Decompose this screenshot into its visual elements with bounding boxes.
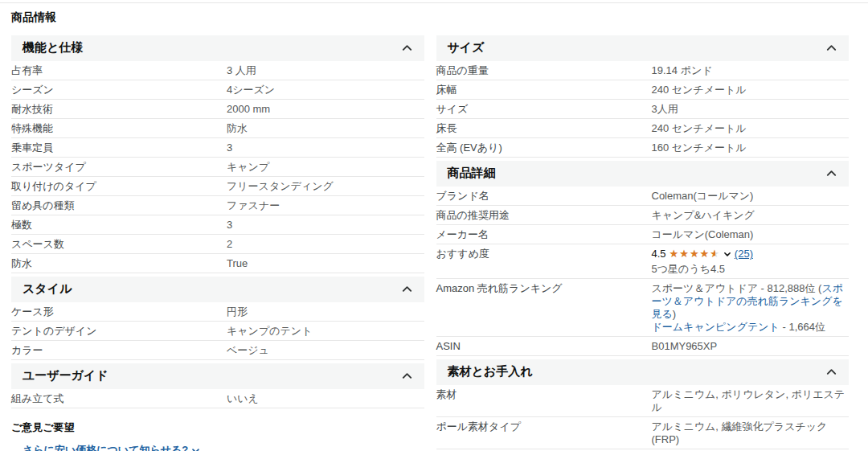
spec-row: 組み立て式いいえ	[11, 389, 424, 408]
spec-label: 取り付けのタイプ	[11, 180, 227, 193]
spec-label: 床幅	[436, 84, 652, 96]
spec-label: ブランド名	[436, 190, 652, 203]
feedback-block: ご意見ご要望 さらに安い価格について知らせる?	[11, 420, 424, 451]
section-header[interactable]: 機能と仕様	[11, 35, 424, 61]
spec-label: メーカー名	[436, 228, 652, 241]
spec-label: サイズ	[436, 103, 652, 116]
spec-value: 3	[227, 141, 424, 154]
spec-label: 全高 (EVあり)	[436, 141, 652, 154]
spec-label: 床長	[436, 122, 652, 135]
chevron-down-icon[interactable]	[723, 250, 731, 258]
stars-filled-icon: ★★★★★	[669, 248, 715, 260]
spec-value: コールマン(Coleman)	[652, 228, 850, 241]
spec-row: ブランド名Coleman(コールマン)	[436, 187, 850, 206]
spec-label: 商品の重量	[436, 64, 652, 77]
spec-section: 商品詳細ブランド名Coleman(コールマン)商品の推奨用途キャンプ&ハイキング…	[436, 161, 850, 356]
spec-row: 床幅240 センチメートル	[436, 80, 850, 100]
spec-row: おすすめ度4.5★★★★★★★★★★(25)5つ星のうち4.5	[436, 244, 850, 279]
spec-row: 素材アルミニウム, ポリウレタン, ポリエステル	[436, 385, 850, 417]
spec-value: 2000 mm	[227, 103, 424, 116]
spec-label: カラー	[11, 344, 227, 357]
spec-value: 240 センチメートル	[652, 122, 850, 135]
spec-value: 240 センチメートル	[652, 84, 850, 96]
spec-value: Coleman(コールマン)	[652, 190, 850, 203]
spec-value: 4.5★★★★★★★★★★(25)5つ星のうち4.5	[652, 248, 850, 276]
spec-value: 19.14 ポンド	[652, 64, 850, 77]
spec-label: 占有率	[11, 64, 227, 77]
section-header[interactable]: 商品詳細	[436, 161, 850, 187]
spec-value: 3 人用	[227, 64, 424, 77]
chevron-up-icon	[825, 42, 837, 54]
spec-value: アルミニウム, 繊維強化プラスチック (FRP)	[652, 420, 850, 446]
section-header[interactable]: 素材とお手入れ	[436, 359, 850, 385]
spec-label: 極数	[11, 219, 227, 232]
spec-label: 商品の推奨用途	[436, 209, 652, 222]
spec-label: ASIN	[436, 340, 652, 353]
spec-row: 耐水技術2000 mm	[11, 100, 424, 119]
spec-label: スペース数	[11, 238, 227, 251]
spec-row: ポール素材タイプアルミニウム, 繊維強化プラスチック (FRP)	[436, 417, 850, 449]
spec-label: 防水	[11, 257, 227, 270]
page-title: 商品情報	[11, 10, 868, 25]
subcategory-ranking-link[interactable]: ドームキャンピングテント	[652, 321, 780, 333]
spec-row: シーズン4シーズン	[11, 80, 424, 100]
spec-row: カラーベージュ	[11, 341, 424, 360]
spec-value: いいえ	[227, 392, 424, 405]
ratings-count-link[interactable]: (25)	[735, 248, 753, 260]
spec-section: ユーザーガイド組み立て式いいえ	[11, 363, 424, 408]
spec-row: 商品の重量19.14 ポンド	[436, 61, 850, 80]
spec-value: スポーツ＆アウトドア - 812,888位 (スポーツ＆アウトドアの売れ筋ランキ…	[652, 282, 850, 334]
section-header[interactable]: サイズ	[436, 35, 850, 61]
spec-row: 床長240 センチメートル	[436, 119, 850, 138]
section-header[interactable]: ユーザーガイド	[11, 363, 424, 389]
spec-label: 乗車定員	[11, 141, 227, 154]
right-column: サイズ商品の重量19.14 ポンド床幅240 センチメートルサイズ3人用床長24…	[436, 35, 850, 451]
section-title: 商品詳細	[448, 166, 496, 181]
ranking-text: )	[673, 308, 676, 320]
spec-value: フリースタンディング	[227, 180, 424, 193]
left-column: 機能と仕様占有率3 人用シーズン4シーズン耐水技術2000 mm特殊機能防水乗車…	[11, 35, 424, 451]
rating-line: 4.5★★★★★★★★★★(25)	[652, 248, 850, 260]
chevron-down-icon	[191, 446, 200, 451]
spec-row: Amazon 売れ筋ランキングスポーツ＆アウトドア - 812,888位 (スポ…	[436, 279, 850, 337]
spec-value: キャンプ&ハイキング	[652, 209, 850, 222]
section-header[interactable]: スタイル	[11, 277, 424, 302]
lower-price-link[interactable]: さらに安い価格について知らせる?	[23, 443, 200, 451]
spec-row: 特殊機能防水	[11, 119, 424, 138]
feedback-heading: ご意見ご要望	[11, 420, 424, 435]
spec-row: スペース数2	[11, 235, 424, 254]
chevron-up-icon	[401, 370, 413, 382]
spec-label: 特殊機能	[11, 122, 227, 135]
spec-row: 乗車定員3	[11, 138, 424, 158]
section-title: サイズ	[448, 40, 485, 55]
spec-value: B01MY965XP	[652, 340, 850, 353]
section-title: ユーザーガイド	[23, 368, 108, 383]
spec-value: True	[227, 257, 424, 270]
ranking-text: - 1,664位	[780, 321, 825, 333]
lower-price-link-label: さらに安い価格について知らせる?	[23, 443, 188, 451]
spec-section: 機能と仕様占有率3 人用シーズン4シーズン耐水技術2000 mm特殊機能防水乗車…	[11, 35, 424, 273]
spec-value: ベージュ	[227, 344, 424, 357]
section-title: 機能と仕様	[23, 40, 83, 55]
spec-label: シーズン	[11, 84, 227, 96]
chevron-up-icon	[401, 42, 413, 54]
spec-value: 4シーズン	[227, 84, 424, 96]
spec-row: 留め具の種類ファスナー	[11, 196, 424, 215]
spec-label: ポール素材タイプ	[436, 420, 652, 433]
top-divider	[0, 2, 868, 3]
chevron-up-icon	[401, 283, 413, 295]
spec-value: 防水	[227, 122, 424, 135]
spec-value: キャンプ	[227, 161, 424, 174]
spec-label: 素材	[436, 388, 652, 401]
spec-row: メーカー名コールマン(Coleman)	[436, 225, 850, 244]
spec-label: ケース形	[11, 305, 227, 318]
spec-row: テントのデザインキャンプのテント	[11, 322, 424, 341]
spec-section: スタイルケース形円形テントのデザインキャンプのテントカラーベージュ	[11, 277, 424, 360]
left-sections: 機能と仕様占有率3 人用シーズン4シーズン耐水技術2000 mm特殊機能防水乗車…	[11, 35, 424, 408]
spec-section: 素材とお手入れ素材アルミニウム, ポリウレタン, ポリエステルポール素材タイプア…	[436, 359, 850, 451]
spec-value: キャンプのテント	[227, 325, 424, 338]
right-sections: サイズ商品の重量19.14 ポンド床幅240 センチメートルサイズ3人用床長24…	[436, 35, 850, 451]
spec-label: 組み立て式	[11, 392, 227, 405]
spec-row: 防水True	[11, 254, 424, 273]
product-info-columns: 機能と仕様占有率3 人用シーズン4シーズン耐水技術2000 mm特殊機能防水乗車…	[0, 35, 868, 451]
